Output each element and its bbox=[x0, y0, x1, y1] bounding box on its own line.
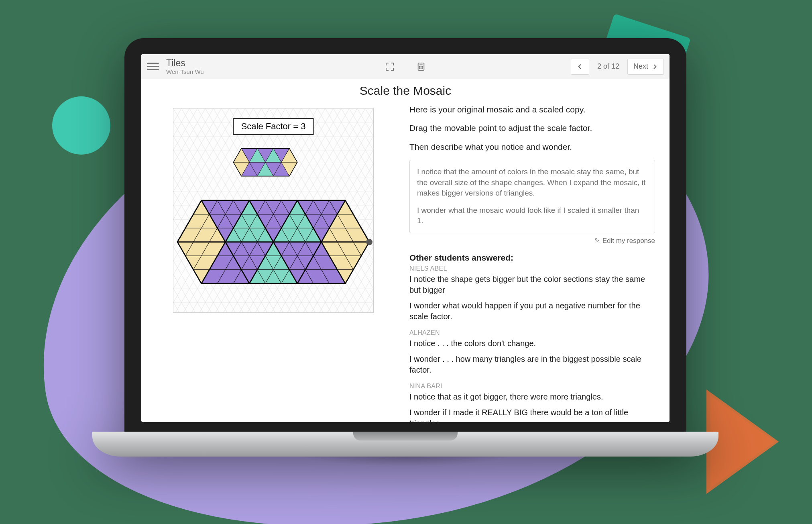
next-button[interactable]: Next bbox=[627, 59, 664, 75]
intro-line-2: Drag the movable point to adjust the sca… bbox=[409, 122, 655, 134]
svg-point-3 bbox=[421, 66, 421, 67]
title-block: Tiles Wen-Tsun Wu bbox=[166, 58, 204, 75]
svg-point-6 bbox=[421, 67, 421, 68]
laptop-base bbox=[92, 432, 718, 457]
svg-point-7 bbox=[422, 67, 423, 68]
student-wonder: I wonder what would happen if you put a … bbox=[409, 300, 655, 322]
pencil-icon: ✎ bbox=[594, 237, 600, 245]
scaled-mosaic bbox=[177, 200, 369, 283]
intro-line-3: Then describe what you notice and wonder… bbox=[409, 141, 655, 153]
student-name-label: ALHAZEN bbox=[409, 329, 655, 336]
laptop-lid: Tiles Wen-Tsun Wu bbox=[124, 38, 686, 436]
nav-controls: 2 of 12 Next bbox=[571, 59, 664, 75]
mosaic-graph[interactable]: Scale Factor = 3 bbox=[173, 108, 374, 313]
edit-response-button[interactable]: ✎Edit my response bbox=[409, 237, 655, 245]
original-mosaic bbox=[233, 149, 297, 176]
my-response-wonder: I wonder what the mosaic would look like… bbox=[417, 205, 647, 226]
student-wonder: I wonder if I made it REALLY BIG there w… bbox=[409, 407, 655, 422]
student-notice: I notice . . . the colors don't change. bbox=[409, 338, 655, 349]
svg-point-2 bbox=[419, 66, 420, 67]
student-name-label: NINA BARI bbox=[409, 383, 655, 390]
drag-handle[interactable] bbox=[366, 239, 372, 245]
student-name: Wen-Tsun Wu bbox=[166, 68, 204, 75]
student-response: ALHAZEN I notice . . . the colors don't … bbox=[409, 329, 655, 375]
activity-title: Tiles bbox=[166, 58, 204, 68]
mosaic-svg bbox=[173, 108, 373, 312]
scale-factor-label: Scale Factor = 3 bbox=[233, 118, 314, 135]
center-tools bbox=[384, 61, 427, 72]
others-heading: Other students answered: bbox=[409, 253, 655, 263]
intro-line-1: Here is your original mosaic and a scale… bbox=[409, 104, 655, 115]
page-indicator: 2 of 12 bbox=[594, 62, 623, 71]
student-response: NIELS ABEL I notice the shape gets bigge… bbox=[409, 265, 655, 322]
my-response-box: I notice that the amount of colors in th… bbox=[409, 160, 655, 233]
my-response-notice: I notice that the amount of colors in th… bbox=[417, 167, 647, 199]
student-notice: I notice that as it got bigger, there we… bbox=[409, 391, 655, 402]
menu-icon[interactable] bbox=[147, 61, 159, 73]
edit-response-label: Edit my response bbox=[602, 237, 655, 245]
laptop-frame: Tiles Wen-Tsun Wu bbox=[92, 38, 718, 480]
background-triangle-shadow bbox=[710, 396, 775, 488]
student-wonder: I wonder . . . how many triangles are in… bbox=[409, 354, 655, 375]
fullscreen-icon[interactable] bbox=[384, 61, 395, 72]
student-name-label: NIELS ABEL bbox=[409, 265, 655, 272]
next-label: Next bbox=[633, 62, 648, 71]
student-response: NINA BARI I notice that as it got bigger… bbox=[409, 383, 655, 422]
page-title: Scale the Mosaic bbox=[141, 84, 670, 98]
prev-button[interactable] bbox=[571, 59, 589, 75]
calculator-icon[interactable] bbox=[415, 61, 427, 72]
student-notice: I notice the shape gets bigger but the c… bbox=[409, 274, 655, 296]
top-bar: Tiles Wen-Tsun Wu bbox=[141, 54, 670, 79]
text-panel: Here is your original mosaic and a scale… bbox=[405, 79, 670, 422]
app-screen: Tiles Wen-Tsun Wu bbox=[141, 54, 670, 422]
svg-point-4 bbox=[422, 66, 423, 67]
svg-point-5 bbox=[419, 67, 420, 68]
